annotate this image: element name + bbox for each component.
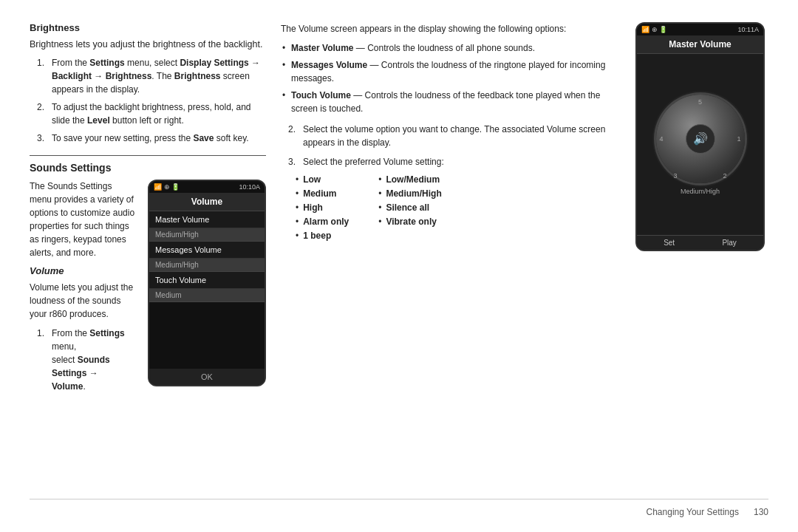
bullet-master: Master Volume — Controls the loudness of… (281, 41, 621, 55)
volume-options: Low Medium High Alarm only 1 beep Low/Me… (296, 174, 621, 241)
footer-text: Changing Your Settings (647, 507, 739, 517)
sounds-text: The Sounds Settings menu provides a vari… (30, 180, 136, 398)
step2-text: Select the volume option you want to cha… (303, 123, 621, 149)
dial-labels: 5 4 3 2 1 (656, 95, 745, 183)
brightness-title: Brightness (30, 22, 266, 33)
sounds-section-title: Sounds Settings (30, 155, 266, 174)
vol-medium: Medium (296, 188, 349, 199)
sounds-steps: 1. From the Settings menu,select Sounds … (30, 327, 136, 393)
phone-btn-set[interactable]: Set (664, 239, 675, 247)
right-step-2: 2. Select the volume option you want to … (288, 123, 621, 149)
menu-sub-touch: Medium (149, 289, 265, 302)
phone-bottom-bar: Set Play (637, 235, 763, 250)
volume-label: Volume (30, 265, 136, 276)
phone-btn-play[interactable]: Play (722, 239, 736, 247)
menu-sub-messages: Medium/High (149, 259, 265, 272)
dial-label-5: 5 (698, 98, 702, 106)
bullet-touch: Touch Volume — Controls the loudness of … (281, 89, 621, 115)
step-2-text: To adjust the backlight brightness, pres… (52, 100, 266, 127)
volume-bullets: Master Volume — Controls the loudness of… (281, 41, 621, 115)
right-text: The Volume screen appears in the display… (281, 22, 621, 493)
vol-1beep: 1 beep (296, 231, 349, 241)
dial-label-4: 4 (660, 135, 664, 143)
vol-medium-high: Medium/High (378, 188, 442, 199)
step-1: 1. From the Settings menu, select Displa… (37, 56, 266, 96)
sounds-step-1: 1. From the Settings menu,select Sounds … (37, 327, 136, 393)
phone-status-bar-right: 📶 ⊕ 🔋 10:11A (637, 24, 763, 35)
phone-title-right: Master Volume (637, 35, 763, 54)
vol-high: High (296, 202, 349, 213)
menu-item-master: Master Volume (149, 211, 265, 228)
right-column: The Volume screen appears in the display… (281, 22, 768, 493)
volume-screen-intro: The Volume screen appears in the display… (281, 22, 621, 35)
medium-high-label: Medium/High (681, 188, 720, 195)
sounds-body: The Sounds Settings menu provides a vari… (30, 180, 266, 398)
left-column: Brightness Brightness lets you adjust th… (30, 22, 266, 493)
step-2: 2. To adjust the backlight brightness, p… (37, 100, 266, 127)
phone-time-left: 10:10A (239, 183, 260, 191)
dial-label-1: 1 (737, 135, 740, 143)
footer: Changing Your Settings 130 (30, 499, 768, 517)
vol-low: Low (296, 174, 349, 185)
step3-text: Select the preferred Volume setting: (303, 155, 444, 168)
volume-col-1: Low Medium High Alarm only 1 beep (296, 174, 349, 241)
phone-mockup-left: 📶 ⊕ 🔋 10:10A Volume Master Volume Medium… (148, 180, 266, 386)
step-3-text: To save your new setting, press the Save… (52, 132, 249, 145)
footer-page: 130 (754, 507, 768, 517)
sounds-section: Sounds Settings The Sounds Settings menu… (30, 155, 266, 398)
phone-status-bar-left: 📶 ⊕ 🔋 10:10A (149, 181, 265, 193)
right-step-3: 3. Select the preferred Volume setting: (288, 155, 621, 168)
brightness-steps: 1. From the Settings menu, select Displa… (30, 56, 266, 145)
dial-circle: 5 4 3 2 1 🔊 (656, 95, 745, 183)
vol-vibrate: Vibrate only (378, 216, 442, 227)
right-steps: 2. Select the volume option you want to … (281, 123, 621, 168)
phone-mockup-right: 📶 ⊕ 🔋 10:11A Master Volume 5 4 3 2 1 (635, 22, 765, 251)
menu-sub-master: Medium/High (149, 228, 265, 242)
page: Brightness Brightness lets you adjust th… (0, 0, 798, 532)
brightness-intro: Brightness lets you adjust the brightnes… (30, 38, 266, 52)
sounds-intro: The Sounds Settings menu provides a vari… (30, 180, 136, 259)
phone-screen-left: Volume Master Volume Medium/High Message… (149, 193, 265, 385)
phone-circle-area: 5 4 3 2 1 🔊 Medium/High (637, 54, 763, 235)
step-3: 3. To save your new setting, press the S… (37, 132, 266, 145)
vol-low-medium: Low/Medium (378, 174, 442, 185)
phone-time-right: 10:11A (737, 26, 759, 33)
dial-label-3: 3 (674, 172, 678, 180)
bullet-messages: Messages Volume — Controls the loudness … (281, 58, 621, 85)
phone-title-left: Volume (149, 193, 265, 211)
brightness-section: Brightness Brightness lets you adjust th… (30, 22, 266, 145)
right-phone-area: 📶 ⊕ 🔋 10:11A Master Volume 5 4 3 2 1 (635, 22, 768, 493)
dial-label-2: 2 (723, 172, 726, 180)
menu-item-touch: Touch Volume (149, 272, 265, 289)
menu-item-messages: Messages Volume (149, 242, 265, 259)
phone-ok-bar: OK (149, 369, 265, 385)
vol-silence: Silence all (378, 202, 442, 213)
vol-alarm: Alarm only (296, 216, 349, 227)
volume-col-2: Low/Medium Medium/High Silence all Vibra… (378, 174, 442, 241)
volume-intro: Volume lets you adjust the loudness of t… (30, 281, 136, 321)
